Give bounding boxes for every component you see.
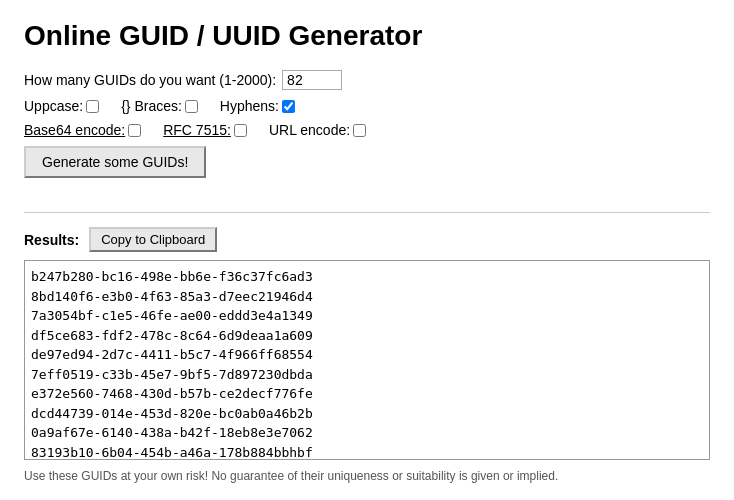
braces-checkbox[interactable] bbox=[185, 100, 198, 113]
generate-button[interactable]: Generate some GUIDs! bbox=[24, 146, 206, 178]
quantity-label: How many GUIDs do you want (1-2000): bbox=[24, 72, 276, 88]
braces-label: {} Braces: bbox=[121, 98, 198, 114]
results-row: Results: Copy to Clipboard bbox=[24, 227, 710, 252]
page-title: Online GUID / UUID Generator bbox=[24, 20, 710, 52]
copy-to-clipboard-button[interactable]: Copy to Clipboard bbox=[89, 227, 217, 252]
base64-label: Base64 encode: bbox=[24, 122, 141, 138]
base64-link[interactable]: Base64 encode: bbox=[24, 122, 125, 138]
divider bbox=[24, 212, 710, 213]
disclaimer-text: Use these GUIDs at your own risk! No gua… bbox=[24, 469, 704, 483]
quantity-row: How many GUIDs do you want (1-2000): bbox=[24, 70, 710, 90]
results-label: Results: bbox=[24, 232, 79, 248]
rfc-checkbox[interactable] bbox=[234, 124, 247, 137]
guid-output-textarea[interactable] bbox=[24, 260, 710, 460]
hyphens-checkbox[interactable] bbox=[282, 100, 295, 113]
uppercase-checkbox[interactable] bbox=[86, 100, 99, 113]
rfc-link[interactable]: RFC 7515: bbox=[163, 122, 231, 138]
checkboxes-row2: Base64 encode: RFC 7515: URL encode: bbox=[24, 122, 710, 138]
checkboxes-row1: Uppcase: {} Braces: Hyphens: bbox=[24, 98, 710, 114]
url-label: URL encode: bbox=[269, 122, 366, 138]
uppercase-label: Uppcase: bbox=[24, 98, 99, 114]
hyphens-label: Hyphens: bbox=[220, 98, 295, 114]
url-checkbox[interactable] bbox=[353, 124, 366, 137]
rfc-label: RFC 7515: bbox=[163, 122, 247, 138]
base64-checkbox[interactable] bbox=[128, 124, 141, 137]
quantity-input[interactable] bbox=[282, 70, 342, 90]
